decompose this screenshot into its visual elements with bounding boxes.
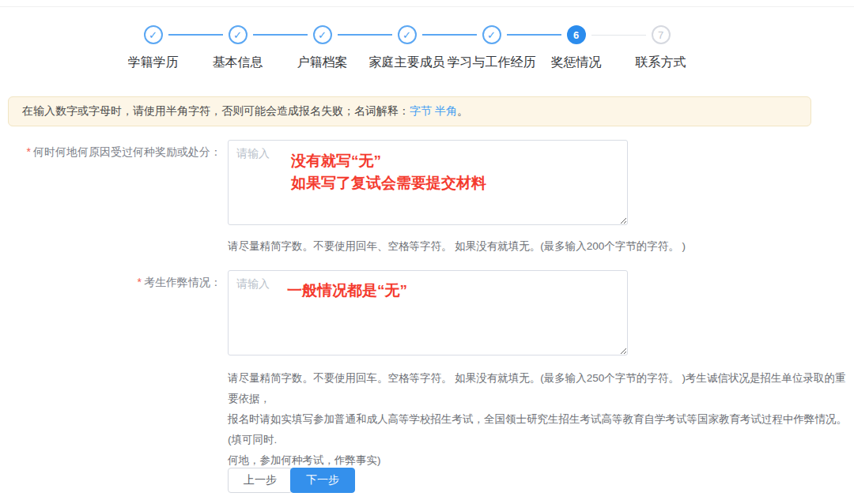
check-icon: ✓ [398, 25, 417, 44]
check-icon: ✓ [144, 25, 163, 44]
rewards-textarea[interactable] [228, 140, 628, 225]
rewards-textarea-wrap [228, 140, 628, 225]
step-number: 6 [567, 25, 586, 44]
required-asterisk: * [138, 276, 142, 288]
step-study-work-history[interactable]: ✓ 学习与工作经历 [449, 25, 534, 71]
step-label: 基本信息 [213, 55, 263, 71]
halfwidth-notice-bar: 在输入数字或字母时，请使用半角字符，否则可能会造成报名失败；名词解释：字节 半角… [8, 96, 811, 126]
check-icon: ✓ [482, 25, 501, 44]
check-icon: ✓ [229, 25, 248, 44]
step-rewards-punishments-current[interactable]: 6 奖惩情况 [534, 25, 618, 71]
step-label: 联系方式 [636, 55, 686, 71]
glossary-link-halfwidth[interactable]: 半角 [435, 104, 457, 117]
top-divider [0, 6, 854, 7]
check-icon: ✓ [313, 25, 332, 44]
step-label: 学习与工作经历 [448, 55, 536, 71]
cheating-helper-text: 请尽量精简字数。不要使用回车。空格等字符。 如果没有就填无。(最多输入250个字… [228, 368, 854, 471]
wizard-stepper: ✓ 学籍学历 ✓ 基本信息 ✓ 户籍档案 ✓ 家庭主要成员 ✓ 学习与工作经历 … [111, 25, 703, 71]
step-label: 家庭主要成员 [369, 55, 445, 71]
cheating-textarea[interactable] [228, 270, 628, 355]
step-family-members[interactable]: ✓ 家庭主要成员 [365, 25, 449, 71]
notice-text: 在输入数字或字母时，请使用半角字符，否则可能会造成报名失败；名词解释： [22, 104, 410, 117]
step-label: 户籍档案 [297, 55, 348, 71]
required-asterisk: * [27, 145, 31, 158]
step-number: 7 [652, 25, 671, 44]
step-household-archive[interactable]: ✓ 户籍档案 [280, 25, 365, 71]
glossary-link-byte[interactable]: 字节 [410, 104, 432, 117]
rewards-field-label: *何时何地何原因受过何种奖励或处分： [0, 145, 221, 160]
notice-suffix: 。 [457, 104, 468, 117]
rewards-helper-text: 请尽量精简字数。不要使用回年、空格等字符。 如果没有就填无。(最多输入200个字… [228, 239, 686, 254]
step-label: 奖惩情况 [551, 55, 602, 71]
step-basic-info[interactable]: ✓ 基本信息 [195, 25, 280, 71]
step-contact-info[interactable]: 7 联系方式 [618, 25, 703, 71]
step-label: 学籍学历 [128, 55, 179, 71]
step-student-status[interactable]: ✓ 学籍学历 [111, 25, 195, 71]
next-step-button[interactable]: 下一步 [290, 468, 355, 493]
cheating-textarea-wrap [228, 270, 628, 355]
prev-step-button[interactable]: 上一步 [228, 468, 293, 493]
cheating-field-label: *考生作弊情况： [0, 276, 221, 290]
